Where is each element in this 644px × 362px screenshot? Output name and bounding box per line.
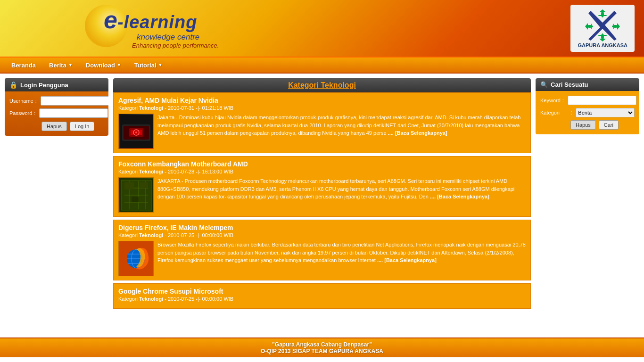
article-2-time: 16:13:00 WIB bbox=[202, 169, 234, 174]
article-4-title[interactable]: Google Chrome Susupi Microsoft bbox=[118, 288, 526, 295]
footer-line2: O-QIP 2013 SIGAP TEAM GAPURA ANGKASA bbox=[3, 348, 641, 354]
article-card-4: Google Chrome Susupi Microsoft Kategori … bbox=[113, 283, 531, 309]
login-box: 🔒 Login Pengguna Username : Password : H… bbox=[5, 78, 108, 136]
svg-marker-5 bbox=[585, 23, 588, 30]
logo-e: e bbox=[104, 8, 117, 32]
nav-berita[interactable]: Berita ▼ bbox=[42, 59, 79, 72]
article-3-title[interactable]: Digerus Firefox, IE Makin Melempem bbox=[118, 224, 526, 231]
article-1-text: Jakarta - Dominasi kubu hijau Nvidia dal… bbox=[157, 114, 526, 149]
footer: "Gapura Angkasa Cabang Denpasar" O-QIP 2… bbox=[0, 337, 644, 357]
username-field: Username : bbox=[9, 96, 104, 106]
article-1-image bbox=[118, 114, 154, 149]
left-sidebar: 🔒 Login Pengguna Username : Password : H… bbox=[5, 78, 108, 333]
login-buttons: Hapus Log In bbox=[9, 122, 104, 131]
search-body: Keyword : Kategori : Berita Hapus Cari bbox=[536, 91, 639, 134]
article-3-read-more[interactable]: .... [Baca Selengkapnya] bbox=[377, 257, 437, 263]
logo-learning: -learning bbox=[117, 12, 197, 33]
search-cari-button[interactable]: Cari bbox=[599, 120, 619, 130]
nav-tutorial-arrow: ▼ bbox=[158, 63, 163, 67]
article-1-time: 01:21:18 WIB bbox=[202, 105, 234, 111]
lock-icon: 🔒 bbox=[9, 81, 17, 89]
search-header: 🔍 Cari Sesuatu bbox=[536, 78, 639, 91]
nav-berita-label: Berita bbox=[49, 62, 66, 69]
category-label: Kategori bbox=[540, 110, 569, 115]
article-3-image bbox=[118, 241, 154, 276]
nav-berita-arrow: ▼ bbox=[68, 63, 73, 67]
svg-marker-9 bbox=[613, 24, 614, 29]
site-logo: e -learning knowledge centre Enhancing p… bbox=[104, 8, 219, 49]
logo-enhancing: Enhancing people performance. bbox=[132, 42, 219, 49]
article-1-title[interactable]: Agresif, AMD Mulai Kejar Nvidia bbox=[118, 97, 526, 104]
svg-rect-29 bbox=[140, 182, 148, 188]
nav-download-arrow: ▼ bbox=[117, 63, 121, 67]
svg-marker-12 bbox=[598, 35, 607, 36]
article-3-body: Browser Mozilla Firefox sepertiya makin … bbox=[118, 241, 526, 276]
password-field: Password : bbox=[9, 108, 104, 118]
keyword-sep: : bbox=[562, 97, 564, 104]
password-input[interactable] bbox=[39, 108, 108, 118]
svg-marker-3 bbox=[598, 15, 607, 16]
password-label: Password bbox=[9, 110, 32, 116]
navbar: Beranda Berita ▼ Download ▼ Tutorial ▼ bbox=[0, 57, 644, 74]
category-field: Kategori : Berita bbox=[540, 108, 635, 117]
article-card-1: Agresif, AMD Mulai Kejar Nvidia Kategori… bbox=[113, 92, 531, 153]
article-1-read-more[interactable]: .... [Baca Selengkapnya] bbox=[388, 130, 447, 136]
category-sep: : bbox=[570, 109, 572, 116]
login-button[interactable]: Log In bbox=[70, 122, 95, 131]
article-3-text: Browser Mozilla Firefox sepertiya makin … bbox=[157, 241, 526, 276]
nav-download-label: Download bbox=[86, 62, 115, 69]
username-label: Username bbox=[9, 98, 33, 104]
search-title: Cari Sesuatu bbox=[551, 81, 588, 88]
article-3-date: 2010-07-25 bbox=[168, 232, 194, 238]
keyword-input[interactable] bbox=[568, 96, 636, 105]
svg-marker-6 bbox=[591, 24, 592, 29]
article-1-meta: Kategori Teknologi - 2010-07-31 -|- 01:2… bbox=[118, 105, 526, 111]
search-hapus-button[interactable]: Hapus bbox=[570, 120, 596, 130]
login-body: Username : Password : Hapus Log In bbox=[5, 91, 108, 136]
article-2-image bbox=[118, 177, 154, 213]
gapura-logo-container: GAPURA ANGKASA bbox=[570, 5, 635, 52]
article-1-body: Jakarta - Dominasi kubu hijau Nvidia dal… bbox=[118, 114, 526, 149]
password-sep: : bbox=[34, 110, 35, 116]
article-card-2: Foxconn Kembangkan Motherboard AMD Kateg… bbox=[113, 156, 531, 217]
search-box: 🔍 Cari Sesuatu Keyword : Kategori : Beri… bbox=[536, 78, 639, 134]
article-2-read-more[interactable]: .... [Baca Selengkapnya] bbox=[430, 194, 489, 199]
search-icon: 🔍 bbox=[540, 81, 548, 88]
username-sep: : bbox=[35, 98, 37, 104]
category-select[interactable]: Berita bbox=[576, 108, 635, 117]
section-header: Kategori Teknologi bbox=[113, 78, 531, 92]
login-header: 🔒 Login Pengguna bbox=[5, 78, 108, 91]
svg-point-19 bbox=[135, 132, 137, 133]
article-1-date: 2010-07-31 bbox=[168, 105, 194, 111]
nav-tutorial[interactable]: Tutorial ▼ bbox=[128, 59, 169, 72]
article-2-title[interactable]: Foxconn Kembangkan Motherboard AMD bbox=[118, 160, 526, 168]
svg-marker-2 bbox=[599, 9, 606, 12]
nav-download[interactable]: Download ▼ bbox=[79, 59, 128, 72]
article-2-date: 2010-07-28 bbox=[168, 169, 194, 174]
gapura-logo-icon bbox=[581, 8, 624, 41]
article-3-meta: Kategori Teknologi - 2010-07-25 -|- 00:0… bbox=[118, 232, 526, 238]
header: e -learning knowledge centre Enhancing p… bbox=[0, 0, 644, 57]
article-3-time: 00:00:00 WIB bbox=[202, 232, 234, 238]
keyword-label: Keyword bbox=[540, 98, 561, 103]
username-input[interactable] bbox=[41, 96, 108, 106]
keyword-field: Keyword : bbox=[540, 96, 635, 105]
article-4-time: 00:00:00 WIB bbox=[202, 296, 234, 302]
article-3-category: Teknologi bbox=[139, 232, 163, 238]
article-4-category: Teknologi bbox=[139, 296, 163, 302]
article-2-text: JAKARTA - Produsen motherboard Foxconn T… bbox=[157, 177, 526, 213]
svg-marker-11 bbox=[599, 39, 606, 41]
article-4-meta: Kategori Teknologi - 2010-07-25 -|- 00:0… bbox=[118, 296, 526, 302]
login-title: Login Pengguna bbox=[20, 82, 68, 89]
article-card-3: Digerus Firefox, IE Makin Melempem Kateg… bbox=[113, 220, 531, 280]
hapus-button[interactable]: Hapus bbox=[41, 122, 67, 131]
nav-beranda[interactable]: Beranda bbox=[5, 59, 42, 72]
article-1-category: Teknologi bbox=[139, 105, 163, 111]
footer-line1: "Gapura Angkasa Cabang Denpasar" bbox=[3, 341, 641, 348]
nav-tutorial-label: Tutorial bbox=[134, 62, 157, 69]
nav-beranda-label: Beranda bbox=[11, 62, 36, 69]
article-2-meta: Kategori Teknologi - 2010-07-28 -|- 16:1… bbox=[118, 169, 526, 174]
article-4-date: 2010-07-25 bbox=[168, 296, 194, 302]
svg-rect-28 bbox=[124, 182, 134, 189]
main-content: 🔒 Login Pengguna Username : Password : H… bbox=[0, 74, 644, 337]
